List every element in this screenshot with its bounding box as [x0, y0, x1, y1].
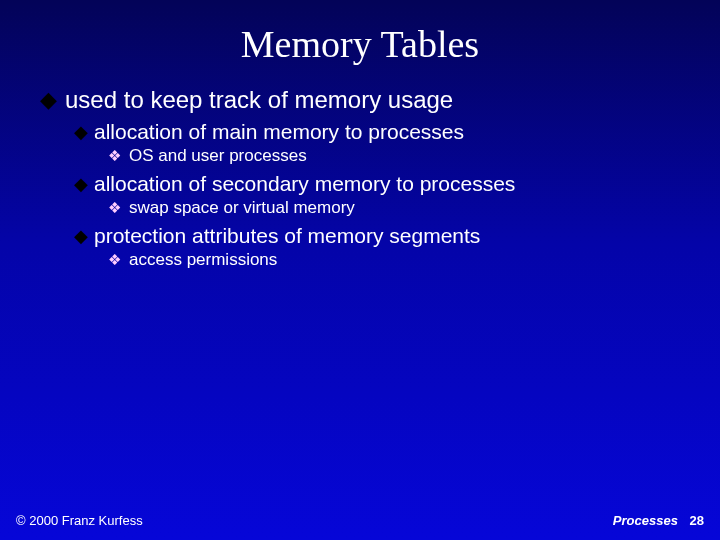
diamond-icon: ◆: [40, 86, 57, 114]
bullet-level2: ◆ allocation of secondary memory to proc…: [74, 172, 680, 196]
bullet-text: allocation of main memory to processes: [94, 120, 464, 144]
page-number: 28: [690, 513, 704, 528]
bullet-level1: ◆ used to keep track of memory usage: [40, 86, 680, 114]
bullet-level3: ❖ OS and user processes: [108, 146, 680, 166]
bullet-level2: ◆ allocation of main memory to processes: [74, 120, 680, 144]
bullet-text: OS and user processes: [129, 146, 307, 166]
bullet-text: swap space or virtual memory: [129, 198, 355, 218]
bullet-text: allocation of secondary memory to proces…: [94, 172, 515, 196]
fleur-icon: ❖: [108, 250, 121, 270]
bullet-text: protection attributes of memory segments: [94, 224, 480, 248]
slide-title: Memory Tables: [0, 0, 720, 66]
bullet-level3: ❖ access permissions: [108, 250, 680, 270]
copyright-text: © 2000 Franz Kurfess: [16, 513, 143, 528]
fleur-icon: ❖: [108, 198, 121, 218]
section-name: Processes: [613, 513, 678, 528]
bullet-level3: ❖ swap space or virtual memory: [108, 198, 680, 218]
fleur-icon: ❖: [108, 146, 121, 166]
bullet-level2: ◆ protection attributes of memory segmen…: [74, 224, 680, 248]
slide-footer: © 2000 Franz Kurfess Processes 28: [0, 513, 720, 528]
diamond-icon: ◆: [74, 172, 88, 196]
bullet-text: used to keep track of memory usage: [65, 86, 453, 114]
page-indicator: Processes 28: [613, 513, 704, 528]
slide: Memory Tables ◆ used to keep track of me…: [0, 0, 720, 540]
slide-content: ◆ used to keep track of memory usage ◆ a…: [0, 66, 720, 270]
diamond-icon: ◆: [74, 120, 88, 144]
bullet-text: access permissions: [129, 250, 277, 270]
diamond-icon: ◆: [74, 224, 88, 248]
